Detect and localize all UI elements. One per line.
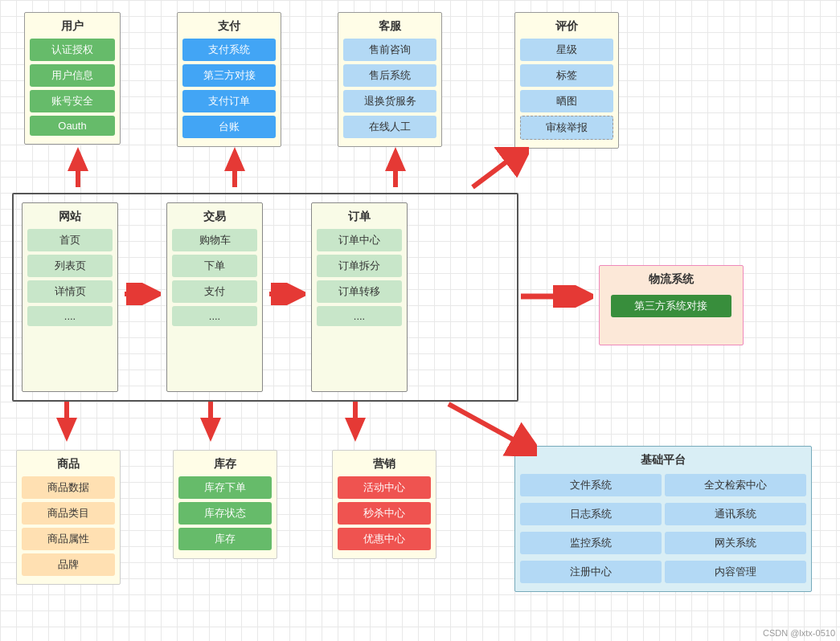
arrow-trade-order: [269, 283, 305, 308]
arrow-website-trade: [125, 283, 161, 308]
cs-item-2[interactable]: 退换货服务: [343, 90, 436, 112]
svg-marker-12: [200, 402, 221, 442]
trade-title: 交易: [203, 210, 226, 224]
cs-item-3[interactable]: 在线人工: [343, 116, 436, 138]
user-title: 用户: [61, 19, 84, 34]
arrow-cs-up: [383, 147, 408, 190]
svg-marker-13: [345, 402, 366, 442]
base-platform-title: 基础平台: [520, 453, 806, 467]
goods-item-3[interactable]: 品牌: [22, 553, 115, 576]
arrow-order-down: [343, 402, 367, 444]
trade-item-1[interactable]: 下单: [172, 255, 257, 277]
payment-item-3[interactable]: 台账: [182, 116, 276, 138]
cs-title: 客服: [379, 19, 401, 34]
arrow-user-up: [66, 147, 90, 190]
base-item-1[interactable]: 全文检索中心: [665, 474, 806, 496]
goods-title: 商品: [57, 457, 80, 472]
goods-module: 商品 商品数据 商品类目 商品属性 品牌: [16, 450, 121, 585]
inventory-title: 库存: [214, 457, 236, 472]
user-item-1[interactable]: 用户信息: [30, 64, 115, 87]
middle-container: 网站 首页 列表页 详情页 .... 交易 购物车 下单 支付 ....: [12, 193, 518, 402]
marketing-item-2[interactable]: 优惠中心: [338, 528, 431, 550]
goods-item-0[interactable]: 商品数据: [22, 476, 115, 499]
logistics-title: 物流系统: [649, 272, 694, 287]
svg-marker-11: [56, 402, 77, 442]
base-item-4[interactable]: 监控系统: [520, 532, 662, 554]
trade-item-2[interactable]: 支付: [172, 280, 257, 303]
watermark: CSDN @lxtx-0510: [763, 628, 835, 638]
svg-marker-2: [385, 147, 406, 187]
inventory-item-0[interactable]: 库存下单: [178, 476, 272, 499]
user-item-2[interactable]: 账号安全: [30, 90, 115, 112]
order-module: 订单 订单中心 订单拆分 订单转移 ....: [311, 202, 408, 392]
base-item-2[interactable]: 日志系统: [520, 503, 662, 525]
base-item-0[interactable]: 文件系统: [520, 474, 662, 496]
base-item-7[interactable]: 内容管理: [665, 561, 806, 583]
review-title: 评价: [555, 19, 578, 34]
base-item-5[interactable]: 网关系统: [665, 532, 806, 554]
marketing-item-1[interactable]: 秒杀中心: [338, 502, 431, 525]
review-module: 评价 星级 标签 晒图 审核举报: [514, 12, 619, 149]
order-item-0[interactable]: 订单中心: [317, 229, 402, 251]
review-item-0[interactable]: 星级: [520, 39, 613, 61]
trade-item-3[interactable]: ....: [172, 306, 257, 326]
website-item-2[interactable]: 详情页: [27, 280, 113, 303]
inventory-module: 库存 库存下单 库存状态 库存: [173, 450, 277, 559]
svg-marker-0: [68, 147, 88, 187]
inventory-item-2[interactable]: 库存: [178, 528, 272, 550]
order-title: 订单: [348, 210, 371, 224]
inventory-item-1[interactable]: 库存状态: [178, 502, 272, 525]
website-title: 网站: [59, 210, 81, 224]
base-item-3[interactable]: 通讯系统: [665, 503, 806, 525]
marketing-module: 营销 活动中心 秒杀中心 优惠中心: [332, 450, 436, 559]
payment-module: 支付 支付系统 第三方对接 支付订单 台账: [177, 12, 281, 147]
user-item-0[interactable]: 认证授权: [30, 39, 115, 61]
goods-item-2[interactable]: 商品属性: [22, 528, 115, 550]
order-item-3[interactable]: ....: [317, 306, 402, 326]
base-item-6[interactable]: 注册中心: [520, 561, 662, 583]
payment-item-2[interactable]: 支付订单: [182, 90, 276, 112]
website-item-1[interactable]: 列表页: [27, 255, 113, 277]
user-item-3[interactable]: Oauth: [30, 116, 115, 136]
review-item-3[interactable]: 审核举报: [520, 116, 613, 140]
website-item-0[interactable]: 首页: [27, 229, 113, 251]
website-module: 网站 首页 列表页 详情页 ....: [22, 202, 118, 392]
arrow-payment-up: [223, 147, 247, 190]
marketing-item-0[interactable]: 活动中心: [338, 476, 431, 499]
goods-item-1[interactable]: 商品类目: [22, 502, 115, 525]
order-item-2[interactable]: 订单转移: [317, 280, 402, 303]
user-module: 用户 认证授权 用户信息 账号安全 Oauth: [24, 12, 121, 145]
logistics-module: 物流系统 第三方系统对接: [599, 265, 744, 345]
cs-module: 客服 售前咨询 售后系统 退换货服务 在线人工: [338, 12, 442, 147]
payment-title: 支付: [218, 19, 240, 34]
cs-item-0[interactable]: 售前咨询: [343, 39, 436, 61]
website-item-3[interactable]: ....: [27, 306, 113, 326]
base-platform-module: 基础平台 文件系统 全文检索中心 日志系统 通讯系统 监控系统 网关系统 注册中…: [514, 446, 812, 592]
arrow-base-diag: [440, 400, 537, 459]
base-platform-grid: 文件系统 全文检索中心 日志系统 通讯系统 监控系统 网关系统 注册中心 内容管…: [520, 474, 806, 586]
payment-item-0[interactable]: 支付系统: [182, 39, 276, 61]
payment-item-1[interactable]: 第三方对接: [182, 64, 276, 87]
arrow-review-diag: [465, 147, 529, 194]
svg-line-4: [473, 151, 521, 187]
arrow-trade-down: [199, 402, 223, 444]
marketing-title: 营销: [373, 457, 395, 472]
arrow-order-logistics: [521, 285, 593, 310]
svg-line-15: [449, 404, 529, 448]
logistics-item[interactable]: 第三方系统对接: [611, 295, 731, 317]
trade-item-0[interactable]: 购物车: [172, 229, 257, 251]
trade-module: 交易 购物车 下单 支付 ....: [166, 202, 263, 392]
review-item-2[interactable]: 晒图: [520, 90, 613, 112]
order-item-1[interactable]: 订单拆分: [317, 255, 402, 277]
arrow-website-down: [55, 402, 79, 444]
review-item-1[interactable]: 标签: [520, 64, 613, 87]
svg-marker-1: [224, 147, 245, 187]
cs-item-1[interactable]: 售后系统: [343, 64, 436, 87]
